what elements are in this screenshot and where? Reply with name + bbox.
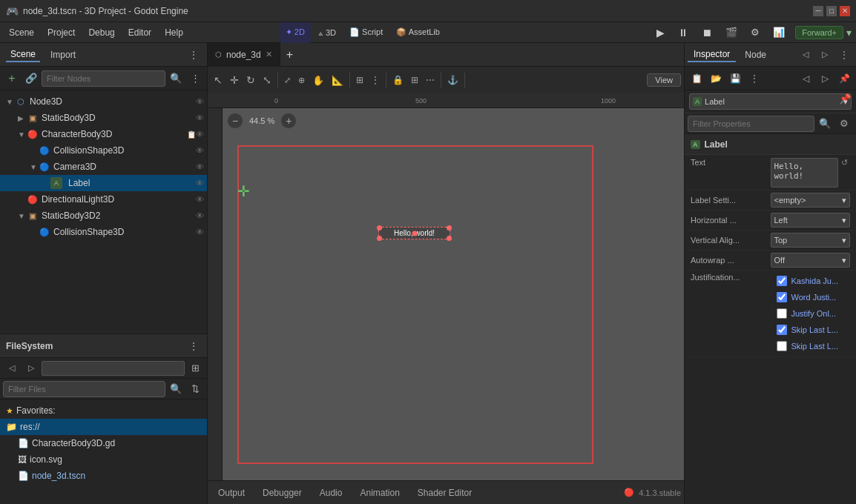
tree-item-collision1[interactable]: ▶ 🔵 CollisionShape3D 👁 — [0, 142, 207, 159]
tree-item-staticbody3d2[interactable]: ▼ ▣ StaticBody3D2 👁 — [0, 208, 207, 224]
ruler-tool[interactable]: 📐 — [329, 70, 346, 90]
anchor-btn[interactable]: ⚓ — [444, 70, 461, 90]
inspector-more[interactable]: ⋮ — [835, 46, 853, 64]
v-align-dropdown[interactable]: Top ▾ — [771, 233, 851, 248]
menu-editor[interactable]: Editor — [122, 26, 157, 39]
fs-item-icon-svg[interactable]: 🖼 icon.svg — [0, 451, 207, 468]
filter-nodes-input[interactable] — [42, 70, 165, 87]
visibility-icon[interactable]: 👁 — [196, 113, 204, 122]
maximize-button[interactable]: □ — [826, 6, 837, 16]
asset-lib-button[interactable]: 📦 AssetLib — [390, 22, 446, 43]
group-btn[interactable]: ⊞ — [408, 70, 421, 90]
hello-world-node[interactable]: Hello, world! — [378, 227, 450, 239]
visibility-icon[interactable]: 👁 — [196, 195, 204, 204]
fs-item-charbody-gd[interactable]: 📄 CharacterBody3D.gd — [0, 435, 207, 451]
script-button[interactable]: 📄 Script — [343, 22, 389, 43]
inspector-history-btn[interactable]: 📋 — [688, 70, 705, 87]
skip-last1-checkbox[interactable] — [777, 325, 787, 335]
pause-button[interactable]: ⏸ — [672, 22, 694, 43]
viewport-scene[interactable]: − 44.5 % + ✛ Hello, world! — [223, 108, 684, 480]
stop-button[interactable]: ⏹ — [696, 22, 718, 43]
node-selector[interactable]: A Label ▾ — [689, 93, 852, 110]
handle-bl[interactable] — [377, 236, 382, 241]
filesystem-more-button[interactable]: ⋮ — [186, 339, 201, 354]
inspector-nav-prev[interactable]: ◁ — [797, 70, 814, 87]
add-node-button[interactable]: + — [3, 70, 21, 87]
move-mode[interactable]: ⤢ — [281, 70, 294, 90]
label-settings-value[interactable]: <empty> ▾ — [771, 193, 851, 208]
tree-item-dirlight[interactable]: ▶ 🔴 DirectionalLight3D 👁 — [0, 191, 207, 208]
viewport-canvas[interactable]: ↖ ✛ ↻ ⤡ ⤢ ⊕ ✋ 📐 ⊞ ⋮ 🔒 ⊞ ⋯ ⚓ View — [208, 67, 684, 480]
filter-search-icon[interactable]: 🔍 — [167, 70, 185, 87]
menu-project[interactable]: Project — [42, 26, 81, 39]
animation-tab[interactable]: Animation — [352, 486, 406, 500]
tree-item-staticbody3d[interactable]: ▶ ▣ StaticBody3D 👁 — [0, 110, 207, 126]
import-tab[interactable]: Import — [46, 48, 80, 62]
snap-btn[interactable]: ⊞ — [353, 70, 366, 90]
menu-help[interactable]: Help — [159, 26, 189, 39]
kashida-checkbox[interactable] — [777, 276, 787, 286]
word-checkbox[interactable] — [777, 292, 787, 302]
grid-snap-btn[interactable]: ⋮ — [368, 70, 383, 90]
zoom-in-button[interactable]: + — [280, 113, 297, 129]
text-reset-button[interactable]: ↺ — [838, 158, 850, 168]
visibility-icon[interactable]: 👁 — [196, 228, 204, 236]
inspector-nav-next[interactable]: ▷ — [816, 70, 834, 87]
tree-item-label[interactable]: ▶ A Label 👁 — [0, 175, 207, 191]
select-tool[interactable]: ↖ — [211, 70, 225, 90]
autowrap-dropdown[interactable]: Off ▾ — [771, 253, 851, 268]
rotate-mode[interactable]: ⊕ — [295, 70, 308, 90]
renderer-button[interactable]: Forward+ — [795, 26, 843, 39]
tree-item-collision2[interactable]: ▶ 🔵 CollisionShape3D 👁 — [0, 224, 207, 240]
visibility-icon[interactable]: 👁 — [196, 162, 204, 171]
tab-close-button[interactable]: ✕ — [266, 50, 272, 59]
fs-layout-button[interactable]: ⊞ — [186, 359, 204, 377]
handle-center[interactable] — [412, 231, 417, 236]
menu-scene[interactable]: Scene — [3, 26, 40, 39]
inspector-tab[interactable]: Inspector — [688, 47, 736, 62]
fs-item-node3d-tscn[interactable]: 📄 node_3d.tscn — [0, 468, 207, 484]
visibility-icon[interactable]: 👁 — [196, 97, 204, 106]
link-node-button[interactable]: 🔗 — [22, 70, 40, 87]
mode-2d-button[interactable]: ✦ 2D — [280, 22, 311, 43]
panel-more-button[interactable]: ⋮ — [186, 47, 201, 62]
inspector-pin[interactable]: 📌 — [835, 70, 853, 87]
filter-properties-search[interactable]: 🔍 — [816, 115, 834, 133]
mode-3d-button[interactable]: ⟁ 3D — [312, 22, 342, 43]
play-button[interactable]: ▶ — [651, 22, 671, 43]
filter-properties-input[interactable] — [688, 116, 814, 132]
add-tab-button[interactable]: + — [280, 44, 299, 65]
debugger-tab[interactable]: Debugger — [255, 486, 309, 500]
rotate-tool[interactable]: ↻ — [243, 70, 258, 90]
tree-item-charbody3d[interactable]: ▼ 🔴 CharacterBody3D 📋 👁 — [0, 126, 207, 142]
fs-filter-input[interactable] — [3, 381, 165, 397]
visibility-icon[interactable]: 👁 — [196, 179, 204, 188]
handle-tl[interactable] — [377, 225, 382, 231]
node-tab[interactable]: Node — [739, 48, 772, 62]
fs-item-res[interactable]: 📁 res:// — [0, 419, 207, 435]
close-button[interactable]: ✕ — [840, 6, 850, 16]
handle-tr[interactable] — [447, 225, 452, 231]
menu-debug[interactable]: Debug — [82, 26, 120, 39]
output-tab[interactable]: Output — [211, 486, 252, 500]
view-button[interactable]: View — [647, 73, 681, 87]
tree-item-node3d[interactable]: ▼ ⬡ Node3D 👁 — [0, 93, 207, 110]
extra-btn1[interactable]: ⚙ — [745, 22, 766, 43]
visibility-icon[interactable]: 👁 — [196, 211, 204, 220]
move-tool[interactable]: ✛ — [227, 70, 242, 90]
inspector-history-next[interactable]: ▷ — [816, 46, 834, 64]
handle-br[interactable] — [447, 236, 452, 241]
tree-item-camera3d[interactable]: ▼ 🔵 Camera3D 👁 — [0, 159, 207, 175]
justify-only-checkbox[interactable] — [777, 308, 787, 319]
fs-back-button[interactable]: ◁ — [3, 359, 21, 377]
h-align-dropdown[interactable]: Left ▾ — [771, 213, 851, 228]
inspector-more-btn[interactable]: ⋮ — [745, 70, 763, 87]
extra-btn2[interactable]: 📊 — [767, 22, 791, 43]
more-btn[interactable]: ⋯ — [423, 70, 438, 90]
fs-path-input[interactable]: res:// — [42, 361, 185, 376]
lock-btn[interactable]: 🔒 — [389, 70, 406, 90]
viewport-tab-node3d[interactable]: ⬡ node_3d ✕ — [208, 43, 280, 67]
skip-last2-checkbox[interactable] — [777, 341, 787, 351]
scene-more-options[interactable]: ⋮ — [186, 70, 204, 87]
label-settings-dropdown[interactable]: <empty> ▾ — [771, 193, 851, 208]
